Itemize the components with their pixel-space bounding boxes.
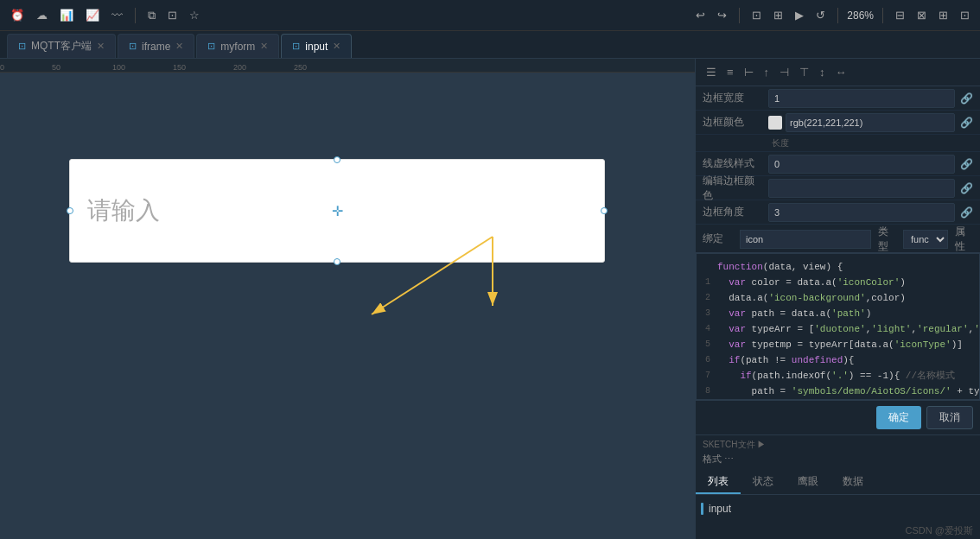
canvas-content[interactable]: 请输入 ✛: [0, 73, 695, 539]
ruler-mark-150: 150: [173, 63, 186, 72]
cancel-button[interactable]: 取消: [926, 406, 973, 429]
prop-edit-border-color-select[interactable]: [768, 179, 955, 198]
toolbar-icon-3[interactable]: 📊: [56, 7, 77, 23]
panel-icon-align-7[interactable]: ↕: [816, 64, 829, 80]
prop-border-radius-link[interactable]: 🔗: [960, 206, 973, 219]
confirm-button[interactable]: 确定: [876, 406, 921, 429]
prop-border-width-value: [768, 89, 955, 108]
layout-icon-1[interactable]: ⊡: [748, 7, 765, 23]
binding-row: 绑定 类型 func data expr 属性: [696, 225, 980, 253]
window-icon-3[interactable]: ⊞: [935, 7, 951, 23]
code-header: function(data, view) {: [697, 259, 979, 275]
confirm-row: 确定 取消: [696, 400, 980, 434]
handle-left-center[interactable]: [67, 207, 73, 214]
toolbar-icon-7[interactable]: ⊡: [164, 7, 181, 23]
panel-icon-align-4[interactable]: ↑: [760, 64, 773, 80]
code-line-7: 7 if(path.indexOf('.') == -1){ //名称模式: [697, 368, 979, 384]
prop-border-radius: 边框角度 🔗: [696, 200, 980, 225]
code-editor[interactable]: function(data, view) { 1 var color = dat…: [696, 253, 980, 400]
handle-bottom-center[interactable]: [334, 258, 340, 265]
ruler-mark-250: 250: [294, 63, 307, 72]
layout-icon-2[interactable]: ⊞: [770, 7, 786, 23]
sketch-label: SKETCH文件 ▶: [703, 439, 973, 451]
prop-edit-border-color-link[interactable]: 🔗: [960, 182, 973, 194]
prop-border-width-link[interactable]: 🔗: [960, 92, 973, 105]
window-icon-1[interactable]: ⊟: [892, 7, 908, 23]
prop-border-color-value: rgb(221,221,221): [768, 113, 955, 132]
prop-border-dash-input[interactable]: [768, 155, 955, 174]
binding-field-input[interactable]: [740, 230, 871, 249]
prop-edit-border-color-label: 编辑边框颜色: [703, 174, 763, 203]
handle-right-center[interactable]: [601, 207, 608, 214]
binding-attr-label: 属性: [955, 225, 973, 254]
tab-myform[interactable]: ⊡ myform ✕: [196, 34, 279, 58]
prop-border-width: 边框宽度 🔗: [696, 86, 980, 111]
bottom-tabs: 列表 状态 鹰眼 数据: [696, 471, 980, 495]
toolbar-icon-5[interactable]: 〰: [108, 7, 126, 23]
tab-input-close[interactable]: ✕: [333, 41, 340, 52]
bottom-tab-list[interactable]: 列表: [696, 471, 741, 494]
undo-icon[interactable]: ↩: [692, 7, 709, 23]
toolbar-icon-2[interactable]: ☁: [33, 7, 51, 23]
panel-icon-align-8[interactable]: ↔: [832, 64, 850, 80]
play-icon[interactable]: ▶: [792, 7, 807, 23]
prop-border-width-input[interactable]: [768, 89, 955, 108]
prop-border-dash-sub: 长度: [696, 135, 980, 152]
binding-type-select[interactable]: func data expr: [903, 230, 948, 249]
ruler-mark-50: 50: [52, 63, 60, 72]
toolbar-icon-1[interactable]: ⏰: [7, 7, 28, 23]
toolbar-sep-4: [882, 8, 883, 23]
border-color-swatch[interactable]: [768, 116, 782, 130]
list-item-label: input: [709, 503, 731, 515]
tab-input-label: input: [305, 41, 328, 53]
ruler-horizontal: 0 50 100 150 200 250: [0, 59, 695, 73]
prop-border-color-link[interactable]: 🔗: [960, 117, 973, 129]
prop-border-dash-sub-value: 长度: [768, 137, 973, 149]
toolbar-icon-6[interactable]: ⧉: [144, 7, 159, 24]
bottom-section: SKETCH文件 ▶ 格式 ⋯: [696, 434, 980, 471]
tab-mqtt[interactable]: ⊡ MQTT客户端 ✕: [7, 34, 116, 58]
code-line-8: 8 path = 'symbols/demo/AiotOS/icons/' + …: [697, 384, 979, 399]
code-line-2: 2 data.a('icon-background',color): [697, 290, 979, 306]
refresh-icon[interactable]: ↺: [812, 7, 829, 23]
tab-iframe-close[interactable]: ✕: [175, 41, 183, 52]
prop-border-color: 边框颜色 rgb(221,221,221) 🔗: [696, 111, 980, 135]
attribution: CSDN @爱投斯: [906, 525, 973, 536]
tab-mqtt-close[interactable]: ✕: [97, 41, 105, 52]
panel-icon-align-6[interactable]: ⊤: [796, 64, 812, 80]
window-icon-4[interactable]: ⊡: [957, 7, 973, 23]
panel-icon-align-2[interactable]: ≡: [723, 64, 737, 80]
prop-border-radius-value: [768, 203, 955, 222]
tab-input-icon: ⊡: [292, 41, 300, 52]
tab-myform-label: myform: [220, 41, 255, 53]
tab-myform-close[interactable]: ✕: [260, 41, 268, 52]
handle-top-center[interactable]: [334, 156, 340, 163]
tab-input[interactable]: ⊡ input ✕: [281, 34, 352, 58]
zoom-level: 286%: [847, 10, 874, 22]
toolbar-right: ↩ ↪ ⊡ ⊞ ▶ ↺ 286% ⊟ ⊠ ⊞ ⊡: [692, 7, 973, 23]
input-widget[interactable]: 请输入 ✛: [69, 159, 605, 263]
format-label: 格式 ⋯: [703, 453, 973, 466]
window-icon-2[interactable]: ⊠: [913, 7, 930, 23]
tab-iframe[interactable]: ⊡ iframe ✕: [118, 34, 194, 58]
prop-edit-border-color-value: [768, 179, 955, 198]
prop-border-radius-input[interactable]: [768, 203, 955, 222]
tab-mqtt-label: MQTT客户端: [31, 39, 92, 54]
prop-border-color-select[interactable]: rgb(221,221,221): [786, 113, 955, 132]
panel-icon-align-3[interactable]: ⊢: [741, 64, 757, 80]
code-line-1: 1 var color = data.a('iconColor'): [697, 275, 979, 290]
toolbar-sep-3: [837, 8, 838, 23]
toolbar-icon-4[interactable]: 📈: [82, 7, 103, 23]
list-item[interactable]: input: [696, 498, 980, 519]
main-area: 0 50 100 150 200 250 请输入 ✛: [0, 59, 980, 539]
prop-border-width-label: 边框宽度: [703, 91, 763, 105]
bottom-tab-hawk[interactable]: 鹰眼: [786, 471, 830, 494]
panel-icon-align-5[interactable]: ⊣: [776, 64, 792, 80]
binding-label: 绑定: [703, 231, 733, 246]
panel-icon-align-1[interactable]: ☰: [703, 64, 720, 80]
redo-icon[interactable]: ↪: [714, 7, 730, 23]
prop-border-dash-link[interactable]: 🔗: [960, 158, 973, 170]
toolbar-icon-8[interactable]: ☆: [186, 7, 203, 23]
bottom-tab-state[interactable]: 状态: [741, 471, 786, 494]
bottom-tab-data[interactable]: 数据: [830, 471, 875, 494]
